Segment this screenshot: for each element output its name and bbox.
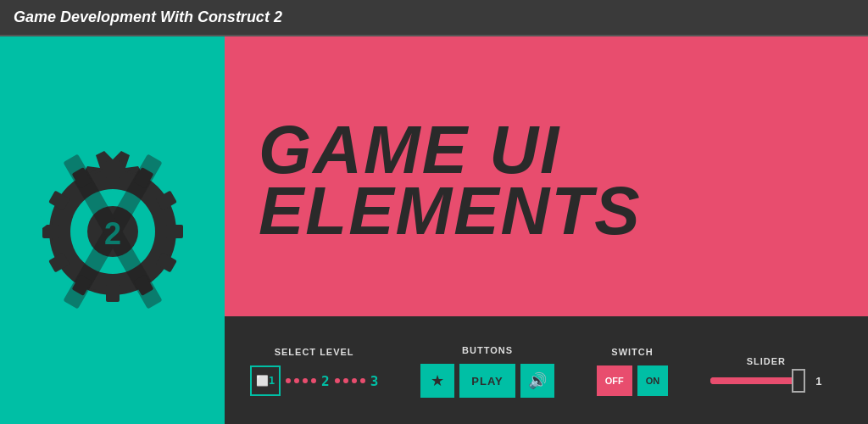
buttons-group: BUTTONS ★ PLAY 🔊 (420, 345, 554, 398)
slider-thumb[interactable] (792, 369, 805, 393)
slider-fill (710, 377, 804, 384)
main-content: 2 GAME UI ELEMENTS (0, 36, 868, 424)
switch-group: SWITCH OFF ON (597, 347, 669, 396)
dot (360, 378, 365, 383)
sound-icon: 🔊 (528, 371, 547, 390)
logo-area: 2 (0, 36, 225, 424)
title-line1: GAME UI (259, 120, 642, 181)
level-num-3[interactable]: 3 (370, 373, 379, 389)
buttons-label: BUTTONS (462, 345, 513, 355)
slider-track[interactable] (710, 377, 804, 384)
dot (303, 378, 308, 383)
switch-off-btn[interactable]: OFF (597, 365, 632, 396)
app-header: Game Development With Construct 2 (0, 0, 868, 36)
game-title: GAME UI ELEMENTS (259, 120, 642, 242)
dot (352, 378, 357, 383)
dot (311, 378, 316, 383)
switch-off-label: OFF (605, 376, 624, 386)
dot (294, 378, 299, 383)
switch-label: SWITCH (611, 347, 653, 357)
play-button[interactable]: PLAY (459, 364, 515, 398)
header-title: Game Development With Construct 2 (14, 8, 282, 25)
switch-on-label: ON (646, 376, 660, 386)
slider-group: SLIDER 1 (710, 356, 821, 388)
level-select-group: SELECT LEVEL ⬜1 2 (250, 347, 378, 396)
level-num-2[interactable]: 2 (321, 373, 330, 389)
dot (286, 378, 291, 383)
sound-button[interactable]: 🔊 (520, 364, 554, 398)
button-widgets: ★ PLAY 🔊 (420, 364, 554, 398)
svg-rect-9 (106, 285, 120, 302)
level-dots-2 (335, 378, 365, 383)
right-panel: GAME UI ELEMENTS SELECT LEVEL ⬜1 (225, 36, 868, 424)
slider-value: 1 (815, 375, 821, 388)
logo-svg: 2 (24, 142, 202, 321)
switch-widgets: OFF ON (597, 365, 669, 396)
switch-on-btn[interactable]: ON (637, 365, 669, 396)
level-dots-1 (286, 378, 316, 383)
star-button[interactable]: ★ (420, 364, 454, 398)
level-select-label: SELECT LEVEL (275, 347, 354, 357)
svg-rect-6 (166, 225, 183, 238)
svg-rect-12 (42, 225, 59, 238)
svg-rect-3 (106, 161, 120, 178)
title-section: GAME UI ELEMENTS (225, 36, 868, 316)
logo-container: 2 (24, 142, 202, 321)
controls-bar: SELECT LEVEL ⬜1 2 (225, 316, 868, 424)
star-icon: ★ (431, 371, 444, 390)
slider-label: SLIDER (747, 356, 786, 366)
slider-widgets: 1 (710, 375, 821, 388)
level-btn-1[interactable]: ⬜1 (250, 365, 281, 396)
dot (343, 378, 348, 383)
level-widgets: ⬜1 2 3 (250, 365, 378, 396)
dot (335, 378, 340, 383)
title-line2: ELEMENTS (259, 181, 642, 242)
